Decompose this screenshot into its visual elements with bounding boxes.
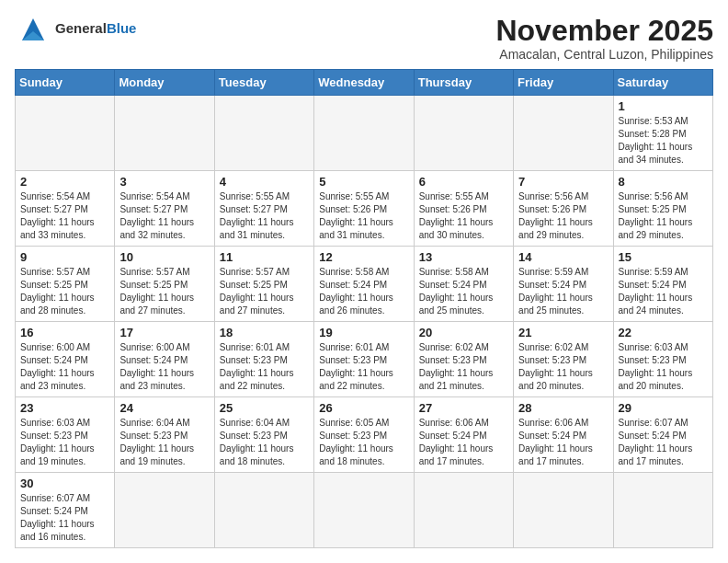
day-info: Sunrise: 5:57 AM Sunset: 5:25 PM Dayligh…	[20, 266, 109, 317]
day-number: 16	[20, 326, 109, 339]
calendar-cell: 30Sunrise: 6:07 AM Sunset: 5:24 PM Dayli…	[16, 473, 115, 548]
day-info: Sunrise: 6:04 AM Sunset: 5:23 PM Dayligh…	[220, 417, 309, 468]
calendar-cell: 8Sunrise: 5:56 AM Sunset: 5:25 PM Daylig…	[613, 171, 712, 247]
day-info: Sunrise: 6:04 AM Sunset: 5:23 PM Dayligh…	[119, 417, 209, 468]
day-number: 19	[319, 326, 408, 339]
day-number: 4	[220, 175, 309, 189]
calendar-cell: 22Sunrise: 6:03 AM Sunset: 5:23 PM Dayli…	[613, 322, 712, 397]
day-number: 27	[419, 401, 508, 415]
calendar-cell	[214, 473, 313, 548]
weekday-header-monday: Monday	[115, 70, 214, 96]
logo-area: GeneralBlue	[15, 15, 136, 42]
day-info: Sunrise: 6:02 AM Sunset: 5:23 PM Dayligh…	[419, 341, 508, 393]
calendar-cell: 4Sunrise: 5:55 AM Sunset: 5:27 PM Daylig…	[214, 171, 313, 247]
day-info: Sunrise: 5:54 AM Sunset: 5:27 PM Dayligh…	[20, 190, 109, 242]
day-number: 9	[20, 250, 109, 264]
day-number: 22	[619, 326, 708, 339]
day-info: Sunrise: 5:58 AM Sunset: 5:24 PM Dayligh…	[319, 266, 408, 317]
day-number: 12	[319, 250, 408, 264]
calendar-cell: 15Sunrise: 5:59 AM Sunset: 5:24 PM Dayli…	[613, 247, 712, 322]
calendar-cell: 19Sunrise: 6:01 AM Sunset: 5:23 PM Dayli…	[314, 322, 414, 397]
day-number: 1	[619, 99, 708, 113]
day-info: Sunrise: 6:05 AM Sunset: 5:23 PM Dayligh…	[319, 417, 408, 468]
calendar: SundayMondayTuesdayWednesdayThursdayFrid…	[15, 69, 713, 548]
weekday-header-row: SundayMondayTuesdayWednesdayThursdayFrid…	[16, 70, 713, 96]
calendar-cell	[414, 96, 513, 171]
day-number: 26	[319, 401, 408, 415]
subtitle: Amacalan, Central Luzon, Philippines	[495, 47, 713, 62]
calendar-cell: 16Sunrise: 6:00 AM Sunset: 5:24 PM Dayli…	[16, 322, 115, 397]
weekday-header-sunday: Sunday	[16, 70, 115, 96]
day-number: 28	[518, 401, 608, 415]
day-number: 10	[119, 250, 209, 264]
day-info: Sunrise: 5:56 AM Sunset: 5:25 PM Dayligh…	[619, 190, 708, 242]
calendar-cell: 23Sunrise: 6:03 AM Sunset: 5:23 PM Dayli…	[16, 397, 115, 473]
day-number: 29	[619, 401, 708, 415]
calendar-cell: 25Sunrise: 6:04 AM Sunset: 5:23 PM Dayli…	[214, 397, 313, 473]
day-info: Sunrise: 5:59 AM Sunset: 5:24 PM Dayligh…	[518, 266, 608, 317]
calendar-cell	[16, 96, 115, 171]
calendar-cell	[314, 96, 414, 171]
day-info: Sunrise: 6:03 AM Sunset: 5:23 PM Dayligh…	[619, 341, 708, 393]
week-row-5: 23Sunrise: 6:03 AM Sunset: 5:23 PM Dayli…	[16, 397, 713, 473]
day-number: 18	[220, 326, 309, 339]
calendar-cell: 3Sunrise: 5:54 AM Sunset: 5:27 PM Daylig…	[115, 171, 214, 247]
day-number: 20	[419, 326, 508, 339]
calendar-cell: 27Sunrise: 6:06 AM Sunset: 5:24 PM Dayli…	[414, 397, 513, 473]
day-number: 14	[518, 250, 608, 264]
header-section: GeneralBlue November 2025 Amacalan, Cent…	[15, 15, 713, 62]
calendar-cell: 6Sunrise: 5:55 AM Sunset: 5:26 PM Daylig…	[414, 171, 513, 247]
day-info: Sunrise: 6:07 AM Sunset: 5:24 PM Dayligh…	[20, 492, 109, 544]
month-title: November 2025	[495, 15, 713, 47]
day-info: Sunrise: 5:56 AM Sunset: 5:26 PM Dayligh…	[518, 190, 608, 242]
calendar-cell: 13Sunrise: 5:58 AM Sunset: 5:24 PM Dayli…	[414, 247, 513, 322]
day-info: Sunrise: 6:01 AM Sunset: 5:23 PM Dayligh…	[220, 341, 309, 393]
calendar-cell: 17Sunrise: 6:00 AM Sunset: 5:24 PM Dayli…	[115, 322, 214, 397]
week-row-4: 16Sunrise: 6:00 AM Sunset: 5:24 PM Dayli…	[16, 322, 713, 397]
day-info: Sunrise: 5:57 AM Sunset: 5:25 PM Dayligh…	[220, 266, 309, 317]
calendar-cell: 24Sunrise: 6:04 AM Sunset: 5:23 PM Dayli…	[115, 397, 214, 473]
calendar-cell: 14Sunrise: 5:59 AM Sunset: 5:24 PM Dayli…	[514, 247, 613, 322]
day-info: Sunrise: 5:53 AM Sunset: 5:28 PM Dayligh…	[619, 115, 708, 167]
day-number: 21	[518, 326, 608, 339]
weekday-header-wednesday: Wednesday	[314, 70, 414, 96]
weekday-header-tuesday: Tuesday	[214, 70, 313, 96]
day-info: Sunrise: 5:59 AM Sunset: 5:24 PM Dayligh…	[619, 266, 708, 317]
calendar-cell: 20Sunrise: 6:02 AM Sunset: 5:23 PM Dayli…	[414, 322, 513, 397]
logo-text: GeneralBlue	[55, 21, 136, 37]
day-number: 2	[20, 175, 109, 189]
day-info: Sunrise: 6:00 AM Sunset: 5:24 PM Dayligh…	[20, 341, 109, 393]
day-number: 17	[119, 326, 209, 339]
calendar-cell: 2Sunrise: 5:54 AM Sunset: 5:27 PM Daylig…	[16, 171, 115, 247]
weekday-header-thursday: Thursday	[414, 70, 513, 96]
day-info: Sunrise: 6:06 AM Sunset: 5:24 PM Dayligh…	[419, 417, 508, 468]
calendar-cell: 10Sunrise: 5:57 AM Sunset: 5:25 PM Dayli…	[115, 247, 214, 322]
week-row-3: 9Sunrise: 5:57 AM Sunset: 5:25 PM Daylig…	[16, 247, 713, 322]
calendar-cell: 5Sunrise: 5:55 AM Sunset: 5:26 PM Daylig…	[314, 171, 414, 247]
day-info: Sunrise: 5:55 AM Sunset: 5:27 PM Dayligh…	[220, 190, 309, 242]
logo-icon	[15, 15, 51, 42]
day-number: 13	[419, 250, 508, 264]
calendar-cell	[514, 473, 613, 548]
calendar-cell: 18Sunrise: 6:01 AM Sunset: 5:23 PM Dayli…	[214, 322, 313, 397]
calendar-cell: 12Sunrise: 5:58 AM Sunset: 5:24 PM Dayli…	[314, 247, 414, 322]
day-info: Sunrise: 6:07 AM Sunset: 5:24 PM Dayligh…	[619, 417, 708, 468]
day-number: 23	[20, 401, 109, 415]
week-row-2: 2Sunrise: 5:54 AM Sunset: 5:27 PM Daylig…	[16, 171, 713, 247]
day-number: 5	[319, 175, 408, 189]
calendar-cell	[115, 96, 214, 171]
day-number: 6	[419, 175, 508, 189]
day-info: Sunrise: 5:57 AM Sunset: 5:25 PM Dayligh…	[119, 266, 209, 317]
calendar-cell	[115, 473, 214, 548]
week-row-6: 30Sunrise: 6:07 AM Sunset: 5:24 PM Dayli…	[16, 473, 713, 548]
day-info: Sunrise: 5:58 AM Sunset: 5:24 PM Dayligh…	[419, 266, 508, 317]
calendar-cell	[314, 473, 414, 548]
calendar-cell	[514, 96, 613, 171]
day-number: 30	[20, 477, 109, 490]
weekday-header-friday: Friday	[514, 70, 613, 96]
day-info: Sunrise: 6:03 AM Sunset: 5:23 PM Dayligh…	[20, 417, 109, 468]
day-number: 25	[220, 401, 309, 415]
calendar-cell: 11Sunrise: 5:57 AM Sunset: 5:25 PM Dayli…	[214, 247, 313, 322]
day-info: Sunrise: 5:55 AM Sunset: 5:26 PM Dayligh…	[319, 190, 408, 242]
day-info: Sunrise: 5:54 AM Sunset: 5:27 PM Dayligh…	[119, 190, 209, 242]
